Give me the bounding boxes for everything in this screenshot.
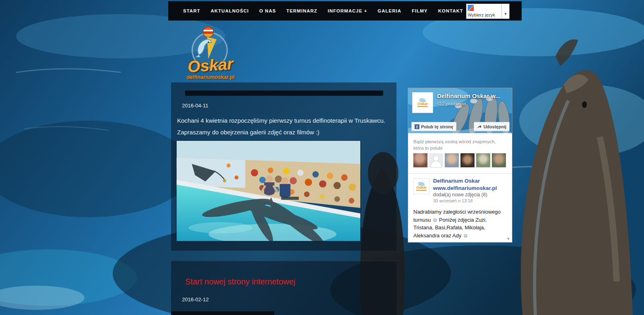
- friend-avatar[interactable]: [413, 153, 427, 167]
- nav-item-kontakt[interactable]: KONTAKT: [433, 4, 469, 17]
- avatar-oskar-text: Oskar: [416, 186, 427, 189]
- google-translate-icon: [468, 5, 474, 11]
- facebook-widget-body: Bądź pierwszą osobą wśród znajomych, któ…: [408, 133, 512, 242]
- nav-item-start[interactable]: START: [178, 4, 205, 17]
- language-picker[interactable]: Wybierz język ▼: [466, 4, 510, 19]
- post-2-date: 2016-02-12: [182, 296, 209, 303]
- nav-item-filmy[interactable]: FILMY: [407, 4, 433, 17]
- like-button-label: Polub tę stronę: [421, 124, 453, 129]
- friend-avatar[interactable]: [476, 153, 490, 167]
- divider: [408, 173, 512, 174]
- post-1-paragraph-2: Zapraszamy do obejrzenia galerii zdjęć o…: [177, 129, 319, 136]
- facebook-cover-photo[interactable]: Oskar Delfinarium Oskar w... 612 polubie…: [408, 88, 512, 133]
- facebook-post-timestamp[interactable]: 30 wrzesień o 13:18: [433, 198, 473, 203]
- post-1-paragraph-1: Kochani 4 kwietnia rozpoczęliśmy pierwsz…: [177, 117, 385, 124]
- facebook-page-widget: Oskar Delfinarium Oskar w... 612 polubie…: [408, 88, 512, 243]
- post-2-bottom-strip: [171, 311, 274, 315]
- friend-avatar[interactable]: [429, 153, 443, 167]
- language-picker-body: Wybierz język: [466, 4, 502, 19]
- facebook-share-button[interactable]: Udostępnij: [474, 122, 510, 131]
- post-1-date: 2016-04-11: [182, 103, 208, 109]
- nav-item-informacje[interactable]: INFORMACJE +: [322, 4, 372, 17]
- facebook-friend-avatars: [413, 153, 506, 167]
- facebook-post-avatar[interactable]: Oskar: [413, 178, 429, 194]
- facebook-friends-prompt: Bądź pierwszą osobą wśród znajomych, któ…: [413, 139, 505, 151]
- facebook-like-button[interactable]: f Polub tę stronę: [411, 122, 456, 131]
- facebook-like-count: 612 polubienia: [437, 101, 466, 106]
- news-post-2: Start nowej strony internetowej 2016-02-…: [171, 261, 396, 315]
- friend-avatar[interactable]: [492, 153, 506, 167]
- nav-item-galeria[interactable]: GALERIA: [372, 4, 407, 17]
- page: START AKTUALNOŚCI O NAS TERMINARZ INFORM…: [0, 0, 644, 315]
- share-icon: [477, 124, 482, 129]
- top-navbar: START AKTUALNOŚCI O NAS TERMINARZ INFORM…: [168, 1, 522, 21]
- share-button-label: Udostępnij: [483, 124, 506, 129]
- pool-photo-graphic: [176, 141, 361, 241]
- logo-beach-ball-icon: [203, 27, 214, 37]
- post-1-title-bar[interactable]: [185, 91, 383, 96]
- site-logo[interactable]: Oskar delfinariumoskar.pl: [176, 24, 245, 77]
- logo-domain: delfinariumoskar.pl: [176, 74, 245, 80]
- news-post-1: 2016-04-11 Kochani 4 kwietnia rozpoczęli…: [171, 82, 396, 251]
- nav-item-terminarz[interactable]: TERMINARZ: [281, 4, 323, 17]
- friend-avatar[interactable]: [460, 153, 475, 167]
- friend-avatar[interactable]: [445, 153, 459, 167]
- scroll-chevron-icon[interactable]: ▾: [507, 236, 510, 241]
- facebook-post-action: dodał(a) nowe zdjęcia (8): [433, 192, 487, 198]
- dolphin-icon: [195, 37, 213, 58]
- author-url: www.delfinariumoskar.pl: [433, 185, 497, 192]
- chevron-down-icon[interactable]: ▼: [502, 4, 509, 19]
- post-1-photo[interactable]: [176, 140, 361, 241]
- language-picker-label: Wybierz język: [468, 12, 495, 17]
- facebook-page-name[interactable]: Delfinarium Oskar w...: [437, 93, 500, 99]
- facebook-post-author-link[interactable]: Delfinarium Oskar www.delfinariumoskar.p…: [433, 177, 497, 191]
- avatar-underline: [416, 190, 427, 191]
- facebook-page-avatar[interactable]: Oskar: [412, 92, 433, 113]
- author-name: Delfinarium Oskar: [433, 177, 497, 185]
- post-2-title-link[interactable]: Start nowej strony internetowej: [185, 277, 295, 286]
- nav-item-aktualnosci[interactable]: AKTUALNOŚCI: [205, 4, 254, 17]
- facebook-icon: f: [415, 124, 419, 129]
- avatar-underline: [417, 106, 428, 107]
- facebook-post-text: Nadrabiamy zaległości wrześniowego turnu…: [413, 208, 506, 239]
- logo-wordmark: Oskar: [176, 54, 246, 77]
- avatar-oskar-text: Oskar: [417, 102, 428, 106]
- nav-item-o-nas[interactable]: O NAS: [254, 4, 281, 17]
